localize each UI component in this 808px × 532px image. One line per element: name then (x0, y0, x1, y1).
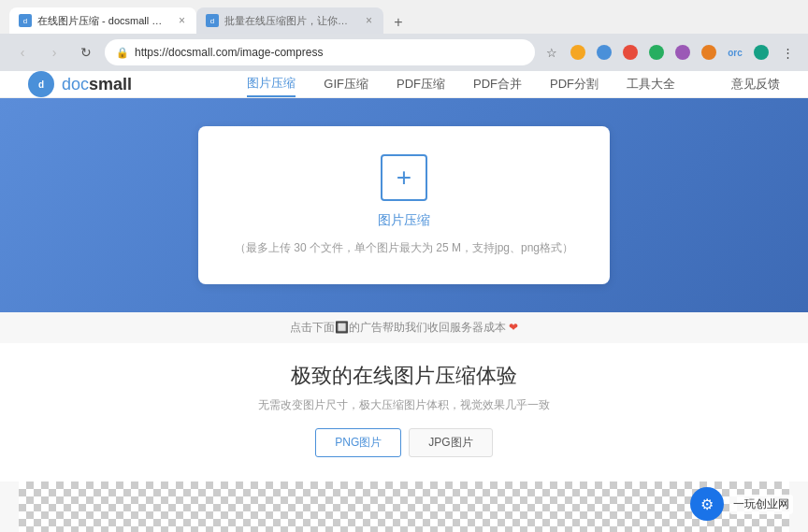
nav-link-image[interactable]: 图片压缩 (247, 71, 296, 97)
features-section: 极致的在线图片压缩体验 无需改变图片尺寸，极大压缩图片体积，视觉效果几乎一致 P… (0, 343, 808, 482)
watermark-icon: ⚙ (690, 487, 724, 521)
preview-area (19, 482, 789, 532)
nav-refresh-button[interactable]: ↻ (73, 39, 99, 65)
tab-active[interactable]: d 在线图片压缩 - docsmall 在线工... × (9, 7, 196, 34)
nav-back-button[interactable]: ‹ (9, 39, 36, 65)
menu-button[interactable]: ⋮ (776, 41, 799, 64)
tab-title-2: 批量在线压缩图片，让你图图别与... (224, 14, 358, 28)
nav-link-gif[interactable]: GIF压缩 (324, 72, 368, 96)
features-tabs: PNG图片 JPG图片 (56, 428, 752, 457)
logo-icon: d (28, 71, 54, 97)
tab-inactive[interactable]: d 批量在线压缩图片，让你图图别与... × (196, 7, 383, 34)
upload-icon-button[interactable]: + (381, 154, 427, 201)
nav-link-pdf-compress[interactable]: PDF压缩 (397, 72, 445, 96)
logo-wordmark: docsmall (62, 75, 132, 94)
logo[interactable]: d docsmall (28, 71, 132, 97)
extension-icon-2[interactable] (593, 41, 615, 64)
extension-icon-7[interactable]: orc (724, 41, 746, 64)
extension-icon-5[interactable] (671, 41, 694, 64)
browser-window: d 在线图片压缩 - docsmall 在线工... × d 批量在线压缩图片，… (0, 0, 808, 71)
url-text: https://docsmall.com/image-compress (135, 46, 524, 59)
tab-close-2[interactable]: × (364, 12, 374, 29)
extension-icon-8[interactable] (750, 41, 772, 64)
extension-icon-1[interactable] (567, 41, 589, 64)
toolbar-right: ☆ orc (541, 41, 799, 64)
watermark-text: 一玩创业网 (729, 495, 793, 514)
extension-icon-6[interactable] (698, 41, 720, 64)
nav-links: 图片压缩 GIF压缩 PDF压缩 PDF合并 PDF分割 工具大全 (247, 71, 675, 97)
nav-forward-button[interactable]: › (41, 39, 67, 65)
plus-icon: + (397, 163, 411, 193)
heart-icon: ❤ (509, 321, 518, 334)
features-subtitle: 无需改变图片尺寸，极大压缩图片体积，视觉效果几乎一致 (56, 397, 752, 413)
tab-favicon-2: d (206, 14, 219, 27)
tab-title-1: 在线图片压缩 - docsmall 在线工... (37, 14, 171, 28)
bookmark-icon[interactable]: ☆ (541, 41, 563, 64)
below-hero: 点击下面🔲的广告帮助我们收回服务器成本 ❤ 极致的在线图片压缩体验 无需改变图片… (0, 312, 808, 532)
address-bar: ‹ › ↻ 🔒 https://docsmall.com/image-compr… (0, 34, 808, 71)
tab-png[interactable]: PNG图片 (315, 428, 401, 457)
ad-notice: 点击下面🔲的广告帮助我们收回服务器成本 ❤ (0, 312, 808, 343)
nav-link-pdf-split[interactable]: PDF分割 (550, 72, 599, 96)
site-nav: d docsmall 图片压缩 GIF压缩 PDF压缩 PDF合并 PDF分割 … (0, 71, 808, 98)
extension-icon-4[interactable] (645, 41, 668, 64)
upload-title: 图片压缩 (378, 212, 430, 229)
upload-area[interactable]: + 图片压缩 （最多上传 30 个文件，单个图片最大为 25 M，支持jpg、p… (198, 126, 610, 284)
features-title: 极致的在线图片压缩体验 (56, 362, 752, 390)
feedback-button[interactable]: 意见反馈 (731, 76, 780, 93)
lock-icon: 🔒 (116, 47, 129, 59)
new-tab-button[interactable]: + (387, 11, 410, 34)
tab-jpg[interactable]: JPG图片 (409, 428, 492, 457)
url-bar[interactable]: 🔒 https://docsmall.com/image-compress (105, 39, 535, 65)
site-content: d docsmall 图片压缩 GIF压缩 PDF压缩 PDF合并 PDF分割 … (0, 71, 808, 532)
tab-bar: d 在线图片压缩 - docsmall 在线工... × d 批量在线压缩图片，… (0, 0, 808, 34)
nav-link-tools[interactable]: 工具大全 (627, 72, 675, 96)
upload-hint: （最多上传 30 个文件，单个图片最大为 25 M，支持jpg、png格式） (235, 240, 573, 256)
hero-section: + 图片压缩 （最多上传 30 个文件，单个图片最大为 25 M，支持jpg、p… (0, 98, 808, 312)
nav-link-pdf-merge[interactable]: PDF合并 (473, 72, 522, 96)
tab-close-1[interactable]: × (177, 12, 187, 29)
extension-icon-3[interactable] (619, 41, 642, 64)
tab-favicon-1: d (19, 14, 32, 27)
